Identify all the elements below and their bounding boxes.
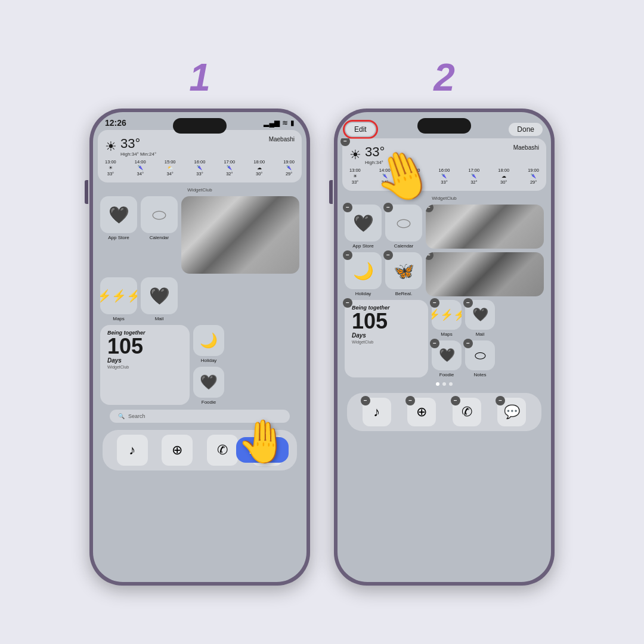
heart-icon-2: 🖤 [353, 213, 374, 233]
count-widget-1: Being together 105 Days WidgetClub [100, 325, 190, 405]
right-apps-2: − ⚡⚡⚡ Maps − 🖤 Ma [432, 300, 495, 377]
weather-col-5: 18:00☁30° [253, 159, 265, 177]
widget-club-label-1: WidgetClub [98, 187, 302, 193]
count-unit-2: Days [352, 332, 366, 339]
remove-mail-btn[interactable]: − [463, 298, 473, 308]
lightning2-icon-2: ⚡⚡⚡ [432, 308, 462, 321]
appstore-label-1: App Store [108, 235, 129, 240]
maps-label-1: Maps [113, 316, 125, 321]
metallic-bg-2 [426, 205, 544, 249]
sun-icon-1: ☀ [105, 139, 117, 154]
remove-bereal-btn[interactable]: − [383, 250, 393, 260]
foodie-label-2: Foodie [439, 372, 454, 377]
edit-button[interactable]: Edit [346, 123, 375, 136]
weather-col2-1: 14:00🌂34° [379, 168, 391, 185]
phone-icon-2: ✆ [462, 404, 472, 420]
remove-dock-compass-btn[interactable]: − [405, 396, 415, 405]
count-unit-1: Days [107, 357, 122, 364]
phone-2: Edit Done − ☀ 33° High:34° [334, 109, 555, 586]
count-num-2: 105 [352, 311, 388, 332]
calendar-icon-img-1: ⬭ [141, 196, 178, 233]
mail-label-2: Mail [476, 332, 485, 337]
app-icon-notes-2[interactable]: − ⬭ Notes [465, 340, 495, 377]
bottom-apps-1: 🌙 Holiday 🖤 Foodie [193, 325, 224, 405]
holiday-label-2: Holiday [355, 291, 371, 296]
remove-foodie-btn[interactable]: − [430, 339, 439, 348]
search-bar-1[interactable]: 🔍 Search [110, 410, 290, 423]
metallic-widget-1 [181, 196, 299, 274]
weather-col-3: 16:00🌂33° [194, 159, 206, 177]
app-icon-calendar-2[interactable]: − ⬭ Calendar [385, 205, 422, 249]
foodie-label-1: Foodie [202, 400, 216, 405]
dock-music-1[interactable]: ♪ [117, 435, 148, 466]
ring-icon-2: ⬭ [397, 213, 411, 233]
lightning-icon-1: ⚡⚡⚡ [100, 289, 137, 303]
step-2-wrapper: 2 Edit Done − [334, 58, 555, 586]
status-icons-1: ▂▄▆ ≋ ▮ [264, 119, 295, 127]
app-icon-lightning-2[interactable]: − ⚡⚡⚡ Maps [432, 300, 462, 337]
weather-widget-2: − ☀ 33° High:34° Maebashi [342, 138, 546, 191]
appstore-icon-img-1: 🖤 [100, 196, 137, 233]
app-icon-foodie-1[interactable]: 🖤 Foodie [193, 367, 224, 405]
widget-club-label-2: WidgetClub [342, 196, 546, 201]
remove-calendar-btn[interactable]: − [383, 203, 393, 212]
dock-music-2[interactable]: − ♪ [363, 398, 391, 426]
app-icon-foodie-2[interactable]: − 🖤 Foodie [432, 340, 462, 377]
page-dots-2 [342, 382, 546, 386]
messages-icon-2: 💬 [504, 404, 520, 420]
dot-active-2 [436, 382, 439, 386]
music-icon-1: ♪ [129, 442, 135, 458]
remove-appstore-btn[interactable]: − [343, 203, 352, 212]
app-icon-appstore-1[interactable]: 🖤 App Store [100, 196, 137, 274]
remove-dock-music-btn[interactable]: − [361, 396, 370, 405]
app-icon-mail-2[interactable]: − 🖤 Mail [465, 300, 495, 337]
remove-maps-btn[interactable]: − [430, 298, 439, 308]
phone-1-inner: 12:26 ▂▄▆ ≋ ▮ ☀ [93, 112, 306, 582]
weather-widget-1: ☀ 33° High:34° Min:24° Maebashi 13:00☀33… [98, 130, 302, 182]
app-icon-mail-1[interactable]: 🖤 Mail [141, 277, 178, 321]
weather-city-1: Maebashi [269, 136, 295, 143]
remove-notes-btn[interactable]: − [463, 339, 473, 348]
dock-messages-2[interactable]: − 💬 [497, 398, 526, 426]
heart-icon-1: 🖤 [109, 205, 129, 225]
maps-icon-img-1: ⚡⚡⚡ [100, 277, 137, 314]
app-icon-maps-1[interactable]: ⚡⚡⚡ Maps [100, 277, 137, 321]
dock-compass-1[interactable]: ⊕ [162, 435, 193, 466]
remove-count-btn[interactable]: − [343, 298, 352, 308]
dock-phone-1[interactable]: ✆ [207, 435, 238, 466]
widgetclub-bg-2 [426, 252, 544, 296]
done-button[interactable]: Done [509, 123, 543, 136]
status-bar-1: 12:26 ▂▄▆ ≋ ▮ [93, 112, 306, 130]
mail-label-1: Mail [155, 316, 164, 321]
weather-col2-4: 17:00🌂32° [468, 168, 479, 185]
weather-times-1: 13:00☀33° 14:00🌂34° 15:00⛅34° 16:00🌂33° … [105, 159, 295, 177]
search-icon-1: 🔍 [118, 413, 125, 419]
remove-dock-phone-btn[interactable]: − [451, 396, 460, 405]
app-icon-bereal-2[interactable]: − 🦋 BeReal. [385, 252, 422, 296]
remove-weather-btn[interactable]: − [340, 138, 350, 146]
weather-temp-2: 33° [365, 144, 385, 160]
app-icon-appstore-2[interactable]: − 🖤 App Store [345, 205, 382, 249]
app-icon-calendar-1[interactable]: ⬭ Calendar [141, 196, 178, 274]
heart5-icon-2: 🖤 [439, 348, 455, 363]
weather-col-0: 13:00☀33° [105, 159, 116, 177]
weather-col-1: 14:00🌂34° [135, 159, 146, 177]
weather-col2-2: 15:00⛅34° [409, 168, 420, 185]
dock-compass-2[interactable]: − ⊕ [407, 398, 436, 426]
weather-col-2: 15:00⛅34° [165, 159, 176, 177]
moon-icon-2: 🌙 [353, 261, 374, 281]
remove-holiday-btn[interactable]: − [343, 250, 352, 260]
mail-icon-img-1: 🖤 [141, 277, 178, 314]
step-1-number: 1 [189, 58, 210, 97]
weather-times-2: 13:00☀33° 14:00🌂34° 15:00⛅34° 16:00🌂33° … [349, 168, 539, 185]
dock-phone-2[interactable]: − ✆ [453, 398, 481, 426]
battery-icon: ▮ [290, 119, 295, 127]
count-label-2: WidgetClub [352, 340, 373, 344]
status-time-1: 12:26 [105, 118, 126, 128]
app-icon-holiday-2[interactable]: − 🌙 Holiday [345, 252, 382, 296]
bereal-label-2: BeReal. [395, 291, 412, 296]
dynamic-island-2 [417, 118, 471, 134]
dynamic-island-1 [173, 118, 227, 134]
app-icon-holiday-1[interactable]: 🌙 Holiday [193, 325, 224, 363]
search-text-1: Search [128, 413, 145, 419]
